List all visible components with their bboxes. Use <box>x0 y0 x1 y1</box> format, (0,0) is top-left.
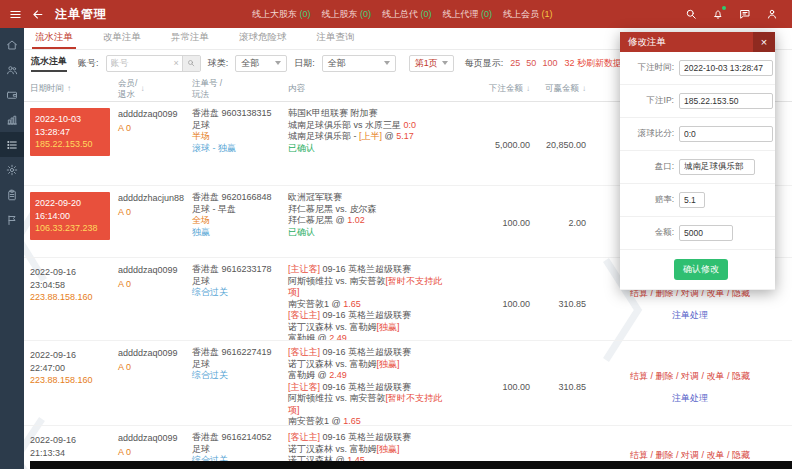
order-process-link[interactable]: 注单处理 <box>672 309 708 322</box>
cell-content: 欧洲冠军联赛拜仁慕尼黑 vs. 皮尔森拜仁慕尼黑 @ 1.02已确认 <box>288 192 448 253</box>
bell-button[interactable] <box>712 8 724 20</box>
link-count: (0) <box>481 9 492 19</box>
per-page-option[interactable]: 25 <box>510 58 520 68</box>
order-line: 综合过关 <box>192 370 288 382</box>
sidebar-item-chart[interactable] <box>0 107 24 132</box>
link-text: 线上大股东 <box>252 9 300 19</box>
refresh-countdown: 32 秒刷新数据 <box>564 57 622 70</box>
bet-ip[interactable]: 185.22.153.50 <box>35 138 105 151</box>
member-name[interactable]: addddzaq0099 <box>118 347 192 359</box>
column-header-member[interactable]: 会员/ 退水↓ <box>118 78 192 98</box>
link-count: (0) <box>421 9 432 19</box>
column-header-datetime[interactable]: 日期时间↑ <box>30 83 118 93</box>
tab-4[interactable]: 注单查询 <box>314 28 358 49</box>
hamburger-menu-icon[interactable] <box>9 8 22 21</box>
modify-link[interactable]: 改单 <box>707 450 725 460</box>
modal-field-input[interactable] <box>679 93 773 109</box>
modal-field-input[interactable] <box>679 126 773 142</box>
cell-datetime: 2022-09-1623:04:58223.88.158.160 <box>30 264 118 341</box>
content-line: 诺丁汉森林 vs. 富勒姆[独赢] <box>288 322 448 334</box>
sidebar-item-users[interactable] <box>0 57 24 82</box>
per-page-option[interactable]: 100 <box>542 58 557 68</box>
member-name[interactable]: addddzaq0099 <box>118 108 192 120</box>
account-input-group: × <box>106 55 201 72</box>
sidebar-item-orders[interactable] <box>0 132 24 157</box>
swap-link[interactable]: 对调 <box>681 371 699 381</box>
sidebar-item-flag[interactable] <box>0 207 24 232</box>
modal-field-input[interactable] <box>679 225 733 241</box>
order-process-link[interactable]: 注单处理 <box>672 392 708 405</box>
hide-link[interactable]: 隐藏 <box>732 371 750 381</box>
bet-date: 2022-09-16 <box>30 349 110 362</box>
swap-link[interactable]: 对调 <box>681 450 699 460</box>
tab-1[interactable]: 改单注单 <box>100 28 144 49</box>
close-icon[interactable]: × <box>753 32 775 52</box>
clear-icon[interactable]: × <box>171 58 182 68</box>
delete-link[interactable]: 删除 <box>655 450 673 460</box>
date-select[interactable]: 全部 <box>322 55 396 72</box>
wallet-icon <box>6 89 18 101</box>
user-button[interactable] <box>766 8 778 20</box>
content-line: 拜仁慕尼黑 vs. 皮尔森 <box>288 204 448 216</box>
order-line: 香港盘 9603138315 <box>192 108 288 120</box>
sidebar-item-wallet[interactable] <box>0 82 24 107</box>
content-line: 诺丁汉森林 vs. 富勒姆[独赢] <box>288 444 448 456</box>
notification-dot <box>722 6 726 10</box>
member-name[interactable]: addddzaq0099 <box>118 432 192 444</box>
delete-link[interactable]: 删除 <box>655 371 673 381</box>
chat-button[interactable] <box>739 8 751 20</box>
hide-link[interactable]: 隐藏 <box>732 450 750 460</box>
online-count-link[interactable]: 线上代理 (0) <box>443 8 493 21</box>
topbar: 注单管理 线上大股东 (0)线上股东 (0)线上总代 (0)线上代理 (0)线上… <box>0 0 792 28</box>
sidebar-item-clipboard[interactable] <box>0 182 24 207</box>
member-name[interactable]: addddzhacjun88 <box>118 192 192 204</box>
online-count-link[interactable]: 线上大股东 (0) <box>252 8 311 21</box>
order-line: 足球 <box>192 359 288 371</box>
content-line: [客让主] 09-16 英格兰超级联赛 <box>288 347 448 359</box>
online-count-link[interactable]: 线上股东 (0) <box>322 8 372 21</box>
content-line: 阿斯顿维拉 vs. 南安普敦[暂时不支持此项] <box>288 276 448 299</box>
tab-2[interactable]: 异常注单 <box>168 28 212 49</box>
link-text: 线上股东 <box>322 9 361 19</box>
page-select[interactable]: 第1页 <box>409 55 454 72</box>
date-label: 日期: <box>294 57 315 70</box>
sidebar-item-gear[interactable] <box>0 157 24 182</box>
content-line: 诺丁汉森林 vs. 富勒姆[独赢] <box>288 359 448 371</box>
modify-link[interactable]: 改单 <box>707 371 725 381</box>
cell-actions: 结算 / 删除 / 对调 / 改单 / 隐藏注单处理 <box>588 287 792 322</box>
column-header-win[interactable]: 可赢金额↓ <box>532 83 588 93</box>
search-button[interactable] <box>685 8 697 20</box>
online-count-link[interactable]: 线上会员 (1) <box>503 8 553 21</box>
modal-field-input[interactable] <box>679 192 705 208</box>
member-name[interactable]: addddzaq0099 <box>118 264 192 276</box>
confirm-modify-button[interactable]: 确认修改 <box>674 259 728 280</box>
modal-fields: 下注时间:下注IP:滚球比分:盘口:赔率:金额: <box>620 52 775 250</box>
sport-select[interactable]: 全部 <box>235 55 287 72</box>
sidebar <box>0 28 24 469</box>
per-page-option[interactable]: 50 <box>526 58 536 68</box>
modal-field-input[interactable] <box>679 159 755 175</box>
back-arrow-icon[interactable] <box>31 8 44 21</box>
content-line: 欧洲冠军联赛 <box>288 192 448 204</box>
per-page-options: 2550100 <box>510 58 557 68</box>
modal-field-input[interactable] <box>679 60 773 76</box>
cell-bet-amount: 100.00 <box>448 299 532 309</box>
tab-3[interactable]: 滚球危险球 <box>236 28 290 49</box>
settle-link[interactable]: 结算 <box>630 450 648 460</box>
date-box: 2022-09-1622:47:00223.88.158.160 <box>30 347 110 387</box>
home-icon <box>6 39 18 51</box>
account-input[interactable] <box>107 58 171 68</box>
sidebar-item-home[interactable] <box>0 32 24 57</box>
online-count-link[interactable]: 线上总代 (0) <box>382 8 432 21</box>
member-grade: A 0 <box>118 447 192 457</box>
bet-ip[interactable]: 106.33.237.238 <box>35 222 105 235</box>
tab-0[interactable]: 流水注单 <box>32 28 76 49</box>
modal-field-0: 下注时间: <box>620 52 775 85</box>
bet-ip[interactable]: 223.88.158.160 <box>30 374 110 387</box>
cell-member: addddzhacjun88A 0 <box>118 192 192 253</box>
column-header-bet[interactable]: 下注金额↓ <box>448 83 532 93</box>
bet-ip[interactable]: 223.88.158.160 <box>30 291 110 304</box>
settle-link[interactable]: 结算 <box>630 371 648 381</box>
cell-content: 韩国K甲组联赛 附加赛城南足球俱乐部 vs 水原三星 0:0城南足球俱乐部 - … <box>288 108 448 181</box>
account-search-button[interactable] <box>182 56 200 71</box>
